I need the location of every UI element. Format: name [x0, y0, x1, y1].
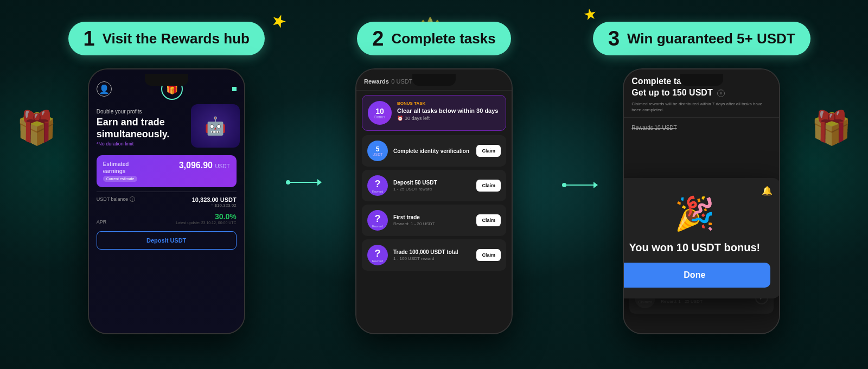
info-icon-3: i	[717, 90, 725, 97]
deposit-usdt-button[interactable]: Deposit USDT	[97, 231, 237, 250]
task-q-4: ?	[374, 248, 380, 259]
task-info-4: Trade 100,000 USDT total 1 - 100 USDT re…	[393, 249, 471, 261]
apr-label: APR	[97, 219, 107, 225]
step-2-number: 2	[372, 28, 384, 49]
earnings-card: Estimatedearnings Current estimate 3,096…	[97, 155, 237, 187]
step-3-number: 3	[608, 28, 620, 49]
phone-1-hero: Double your profits Earn and tradesimult…	[89, 104, 244, 151]
arrow-connector-1	[286, 179, 322, 186]
claim-button-3[interactable]: Claim	[476, 214, 501, 226]
celebration-emoji: 🎉	[623, 194, 770, 233]
bell-icon: 🔔	[762, 186, 773, 196]
arrow-dot-2	[562, 183, 566, 187]
task-q-3: ?	[374, 213, 380, 225]
task-title-2: Deposit 50 USDT	[393, 180, 471, 186]
balance-label: USDT balance i	[97, 196, 135, 202]
task-label-3: Reward	[372, 225, 384, 228]
claim-button-1[interactable]: Claim	[476, 145, 501, 157]
step-1-number: 1	[84, 28, 95, 49]
dot-indicator	[232, 87, 237, 91]
task-item-first-trade: ? Reward First trade Reward: 1 - 20 USDT…	[362, 205, 506, 236]
current-estimate-badge: Current estimate	[103, 176, 138, 182]
task-info-3: First trade Reward: 1 - 20 USDT	[393, 214, 471, 226]
arrow-connector-2	[562, 182, 598, 188]
divider-1	[97, 192, 237, 192]
step-2-badge: 2 Complete tasks	[357, 22, 510, 55]
step-1-badge: 1 Visit the Rewards hub	[68, 22, 265, 55]
apr-date: Latest update: 23.10.12, 00:00 UTC	[176, 221, 236, 225]
info-icon: i	[130, 196, 135, 202]
task-label-2: Reward	[372, 190, 384, 193]
claimed-label: Claimed	[638, 300, 652, 304]
arrow-dot-1	[286, 180, 290, 184]
bonus-circle: 10 Bonus	[368, 101, 392, 125]
task-circle-3: ? Reward	[367, 210, 388, 231]
robot-placeholder: 🤖	[191, 104, 240, 148]
task-item-identity: 5 USDT Complete identity verification Cl…	[362, 135, 506, 167]
bonus-label: Bonus	[374, 115, 385, 119]
task-info-2: Deposit 50 USDT 1 - 25 USDT reward	[393, 180, 471, 192]
bonus-number: 10	[375, 107, 384, 115]
phone-2-notch	[412, 74, 456, 86]
bonus-task-tag: Bonus task	[397, 101, 498, 106]
claim-button-4[interactable]: Claim	[476, 249, 501, 261]
task-item-trade-total: ? Reward Trade 100,000 USDT total 1 - 10…	[362, 239, 506, 271]
done-button[interactable]: Done	[623, 263, 770, 288]
bonus-title: Clear all tasks below within 30 days	[397, 107, 498, 114]
earnings-usdt: USDT	[215, 163, 229, 169]
task-title-1: Complete identity verification	[393, 148, 471, 154]
phone-2: Rewards 0 USDT 10 Bonus Bonus task Clear…	[355, 68, 513, 334]
phone-3-subtitle: Claimed rewards will be distributed with…	[631, 101, 771, 113]
balance-sub: = $10,323.02	[192, 203, 237, 208]
task-num-1: 5	[376, 146, 380, 152]
timer-icon: ⏰	[397, 116, 403, 121]
rewards-crossed-label: Rewards 10 USDT	[631, 125, 676, 131]
task-sub-3: Reward: 1 - 20 USDT	[393, 221, 471, 226]
earnings-value: 3,096.90	[179, 161, 213, 170]
bonus-content: Bonus task Clear all tasks below within …	[397, 101, 498, 121]
task-circle-1: 5 USDT	[367, 141, 388, 161]
bonus-task-card: 10 Bonus Bonus task Clear all tasks belo…	[362, 95, 506, 131]
step-1-label: Visit the Rewards hub	[103, 30, 250, 47]
bonus-timer: ⏰ 30 days left	[397, 116, 498, 121]
step-3-badge: 3 Win guaranteed 5+ USDT	[593, 22, 810, 55]
task-circle-2: ? Reward	[367, 175, 388, 196]
arrow-head-1	[317, 179, 322, 186]
arrow-line-1	[290, 182, 317, 183]
apr-value: 30.0%	[176, 212, 236, 221]
column-step-1: 1 Visit the Rewards hub 👤 🎁 Double your …	[33, 22, 300, 334]
task-sub-2: 1 - 25 USDT reward	[393, 187, 471, 192]
step-2-label: Complete tasks	[391, 30, 495, 47]
popup-win-title: You won 10 USDT bonus!	[623, 241, 770, 254]
rewards-label: Rewards	[364, 78, 389, 85]
stats-section: USDT balance i 10,323.00 USDT = $10,323.…	[89, 196, 244, 225]
task-label-4: Reward	[372, 259, 384, 263]
task-label-1: USDT	[372, 152, 382, 156]
win-popup: 🔔 🎉 You won 10 USDT bonus! Done	[623, 178, 780, 298]
balance-value: 10,323.00 USDT	[192, 196, 237, 203]
phone-1: 👤 🎁 Double your profits Earn and tradesi…	[88, 68, 245, 334]
phone-3-notch	[680, 74, 723, 86]
step-3-label: Win guaranteed 5+ USDT	[627, 30, 795, 47]
task-title-4: Trade 100,000 USDT total	[393, 249, 471, 255]
claimed-sub: Reward: 1 - 25 USDT	[661, 299, 750, 304]
task-q-2: ?	[374, 179, 380, 190]
task-circle-4: ? Reward	[367, 245, 388, 265]
rewards-amount: 0 USDT	[391, 78, 412, 85]
arrow-head-2	[593, 182, 598, 188]
phone-3-rewards-row: Rewards 10 USDT	[624, 117, 779, 136]
earnings-label: Estimatedearnings	[103, 161, 138, 175]
robot-image: 🤖	[191, 104, 240, 148]
task-info-1: Complete identity verification	[393, 148, 471, 154]
column-step-3: 3 Win guaranteed 5+ USDT Complete tasks …	[568, 22, 835, 334]
phone-1-notch	[145, 74, 188, 86]
claim-button-2[interactable]: Claim	[476, 180, 501, 192]
task-sub-4: 1 - 100 USDT reward	[393, 256, 471, 261]
avatar-icon: 👤	[97, 81, 112, 97]
phone-3: Complete tasks andGet up to 150 USDT i C…	[623, 68, 780, 334]
task-item-deposit: ? Reward Deposit 50 USDT 1 - 25 USDT rew…	[362, 170, 506, 201]
column-step-2: 2 Complete tasks Rewards 0 USDT 10 Bonus…	[300, 22, 567, 334]
arrow-line-2	[566, 184, 593, 186]
task-title-3: First trade	[393, 214, 471, 220]
